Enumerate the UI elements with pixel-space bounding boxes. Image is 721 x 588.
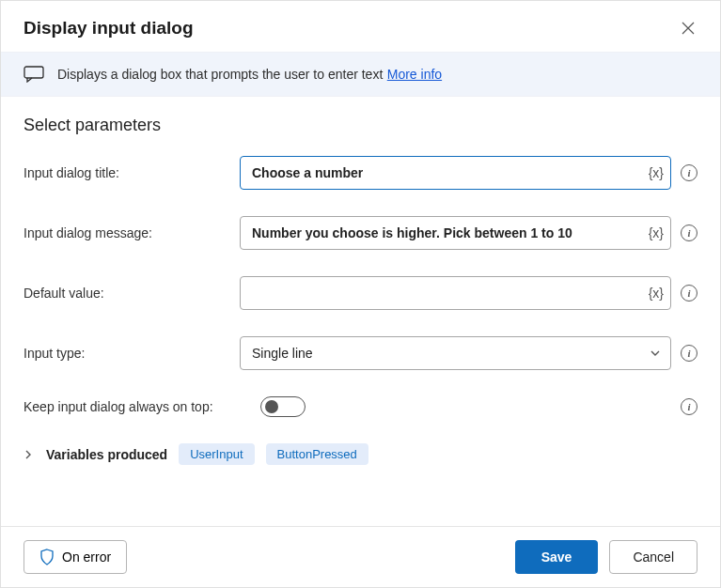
section-header: Select parameters	[24, 116, 697, 135]
label-keep-on-top: Keep input dialog always on top:	[24, 399, 260, 414]
variable-token-button[interactable]: {x}	[649, 225, 664, 240]
input-dialog-title[interactable]	[240, 156, 671, 190]
info-bar: Displays a dialog box that prompts the u…	[1, 52, 720, 97]
shield-icon	[39, 549, 55, 565]
expand-variables-produced[interactable]	[24, 449, 35, 460]
variables-produced-label: Variables produced	[46, 447, 167, 462]
info-icon[interactable]: i	[681, 224, 697, 241]
info-icon[interactable]: i	[681, 398, 697, 415]
row-input-dialog-message: Input dialog message: {x} i	[24, 216, 697, 250]
cancel-button[interactable]: Cancel	[609, 540, 697, 574]
label-default-value: Default value:	[24, 286, 240, 301]
label-input-dialog-title: Input dialog title:	[24, 165, 240, 180]
select-input-type[interactable]: Single line	[240, 336, 671, 370]
input-default-value[interactable]	[240, 276, 671, 310]
dialog-header: Display input dialog	[1, 1, 720, 52]
info-icon[interactable]: i	[681, 285, 697, 302]
more-info-link[interactable]: More info	[387, 67, 442, 82]
variable-pill-userinput[interactable]: UserInput	[179, 443, 254, 465]
info-icon[interactable]: i	[681, 345, 697, 362]
svg-rect-0	[24, 67, 43, 78]
label-input-dialog-message: Input dialog message:	[24, 225, 240, 240]
row-input-type: Input type: Single line i	[24, 336, 697, 370]
save-button[interactable]: Save	[515, 540, 599, 574]
variable-token-button[interactable]: {x}	[649, 165, 664, 180]
dialog-title: Display input dialog	[24, 18, 194, 39]
select-input-type-value: Single line	[252, 346, 313, 361]
toggle-knob	[265, 400, 278, 413]
close-icon	[682, 22, 695, 35]
row-default-value: Default value: {x} i	[24, 276, 697, 310]
toggle-keep-on-top[interactable]	[260, 396, 306, 417]
on-error-button[interactable]: On error	[24, 540, 127, 574]
variable-token-button[interactable]: {x}	[649, 286, 664, 301]
dialog-body: Select parameters Input dialog title: {x…	[1, 97, 720, 526]
chevron-right-icon	[24, 449, 33, 460]
dialog-footer: On error Save Cancel	[1, 526, 720, 587]
message-icon	[24, 66, 44, 83]
info-icon[interactable]: i	[681, 164, 697, 181]
close-button[interactable]	[679, 19, 697, 38]
variables-produced-row: Variables produced UserInput ButtonPress…	[24, 443, 697, 465]
row-keep-on-top: Keep input dialog always on top: i	[24, 396, 697, 417]
input-dialog-message[interactable]	[240, 216, 671, 250]
on-error-label: On error	[62, 549, 111, 565]
variable-pill-buttonpressed[interactable]: ButtonPressed	[266, 443, 368, 465]
label-input-type: Input type:	[24, 346, 240, 361]
row-input-dialog-title: Input dialog title: {x} i	[24, 156, 697, 190]
info-bar-text: Displays a dialog box that prompts the u…	[57, 67, 383, 82]
